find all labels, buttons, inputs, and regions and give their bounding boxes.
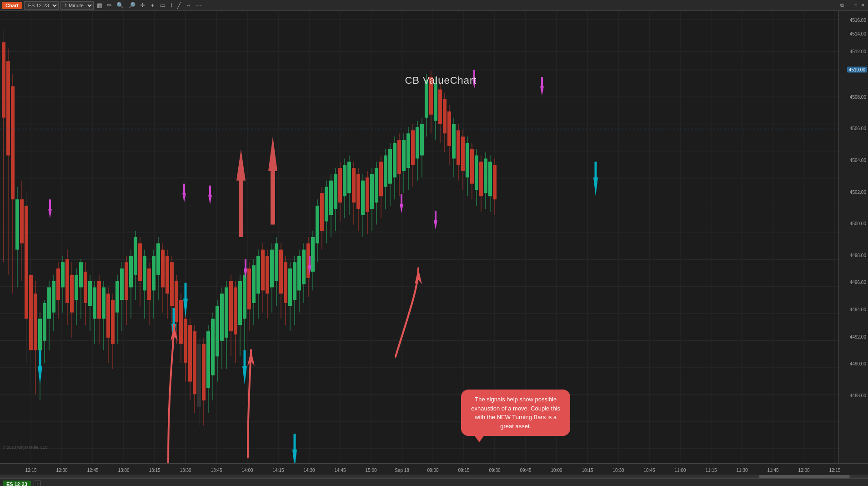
measure-icon[interactable]: ↔ xyxy=(184,2,193,9)
time-0915: 09:15 xyxy=(458,468,469,473)
window-close-icon[interactable]: ✕ xyxy=(859,2,866,8)
svg-rect-238 xyxy=(438,90,442,124)
chart-title: CB ValueChart xyxy=(405,75,477,86)
instrument-select[interactable]: ES 12-23 xyxy=(24,1,59,10)
window-restore-icon[interactable]: ⧉ xyxy=(839,2,845,8)
svg-rect-48 xyxy=(6,61,10,155)
svg-rect-108 xyxy=(143,256,146,290)
svg-rect-172 xyxy=(288,268,292,306)
svg-rect-262 xyxy=(493,165,497,199)
svg-rect-156 xyxy=(252,265,256,303)
svg-rect-174 xyxy=(293,262,296,300)
svg-rect-182 xyxy=(311,237,315,272)
svg-rect-226 xyxy=(411,130,415,165)
svg-marker-267 xyxy=(183,283,188,318)
svg-rect-144 xyxy=(225,287,228,337)
svg-rect-194 xyxy=(338,168,342,202)
svg-rect-56 xyxy=(25,206,28,319)
svg-rect-88 xyxy=(97,281,101,319)
svg-rect-206 xyxy=(366,177,369,212)
price-4516: 4516.00 xyxy=(850,17,866,22)
svg-rect-138 xyxy=(211,319,215,375)
chart-label: Chart xyxy=(2,2,22,9)
add-instrument-button[interactable]: + xyxy=(34,481,41,486)
time-1045: 10:45 xyxy=(643,468,655,473)
more-tools-icon[interactable]: ⋯ xyxy=(195,2,203,9)
svg-rect-214 xyxy=(384,156,387,187)
bottom-bar: ES 12-23 + xyxy=(0,478,868,486)
svg-rect-128 xyxy=(188,325,192,381)
svg-rect-78 xyxy=(75,275,78,300)
svg-marker-264 xyxy=(268,137,277,224)
svg-rect-96 xyxy=(115,281,119,313)
window-max-icon[interactable]: □ xyxy=(853,2,858,8)
svg-rect-58 xyxy=(29,275,33,350)
time-1245: 12:45 xyxy=(87,468,98,473)
time-1145: 11:45 xyxy=(767,468,778,473)
price-4508: 4508.00 xyxy=(850,94,866,99)
pencil-icon[interactable]: ✏ xyxy=(105,2,113,9)
svg-rect-50 xyxy=(11,86,15,199)
svg-rect-80 xyxy=(79,262,83,287)
price-4512: 4512.00 xyxy=(850,49,866,54)
svg-rect-122 xyxy=(175,281,178,322)
svg-rect-160 xyxy=(261,250,265,291)
trendline-icon[interactable]: ╱ xyxy=(176,2,182,9)
instrument-tab[interactable]: ES 12-23 xyxy=(3,481,31,486)
svg-rect-224 xyxy=(406,133,410,168)
callout-bubble: The signals help show possible exhaustio… xyxy=(461,390,570,436)
svg-rect-126 xyxy=(184,319,187,363)
svg-rect-70 xyxy=(56,268,60,300)
svg-rect-152 xyxy=(243,275,246,319)
svg-marker-265 xyxy=(38,350,42,385)
svg-marker-273 xyxy=(208,186,212,204)
crosshair-icon[interactable]: ✛ xyxy=(139,2,146,9)
callout-text: The signals help show possible exhaustio… xyxy=(471,396,560,430)
svg-rect-66 xyxy=(47,287,51,319)
svg-rect-162 xyxy=(266,256,269,294)
time-1200: 12:00 xyxy=(798,468,809,473)
svg-rect-252 xyxy=(470,149,474,184)
svg-rect-178 xyxy=(302,250,306,284)
svg-rect-120 xyxy=(170,262,174,306)
svg-rect-208 xyxy=(370,174,374,209)
svg-rect-124 xyxy=(179,300,183,344)
magnify-minus-icon[interactable]: 🔎 xyxy=(127,2,137,9)
svg-rect-200 xyxy=(352,168,356,202)
svg-rect-104 xyxy=(134,237,137,275)
svg-marker-271 xyxy=(48,199,52,218)
svg-rect-110 xyxy=(147,268,151,300)
svg-rect-146 xyxy=(229,281,233,331)
magnify-plus-icon[interactable]: 🔍 xyxy=(115,2,125,9)
fib-icon[interactable]: ⌇ xyxy=(169,2,174,9)
svg-rect-62 xyxy=(38,319,42,350)
price-axis: 4516.00 4514.00 4512.00 4510.00 4508.00 … xyxy=(838,11,868,463)
plus-icon[interactable]: ＋ xyxy=(148,1,157,10)
current-price-label: 4510.00 xyxy=(847,67,867,73)
svg-rect-256 xyxy=(479,162,483,196)
svg-rect-166 xyxy=(275,243,278,281)
svg-rect-94 xyxy=(111,300,115,344)
time-1445: 14:45 xyxy=(334,468,346,473)
time-1130: 11:30 xyxy=(736,468,748,473)
svg-rect-98 xyxy=(120,268,124,300)
svg-rect-216 xyxy=(388,149,392,184)
svg-rect-188 xyxy=(325,187,328,222)
chart-canvas[interactable]: CB ValueChart The signals help show poss… xyxy=(0,11,838,463)
timeframe-select[interactable]: 1 Minute xyxy=(60,1,94,10)
scrollbar-thumb[interactable] xyxy=(759,475,850,478)
toolbar: Chart ES 12-23 1 Minute ▦ ✏ 🔍 🔎 ✛ ＋ ▭ ⌇ … xyxy=(0,0,868,11)
horizontal-scrollbar[interactable] xyxy=(0,475,868,478)
svg-rect-150 xyxy=(238,281,242,325)
svg-rect-136 xyxy=(206,331,210,388)
svg-marker-279 xyxy=(540,77,544,96)
svg-rect-64 xyxy=(43,303,46,341)
rect-icon[interactable]: ▭ xyxy=(159,2,167,9)
window-min-icon[interactable]: _ xyxy=(846,2,852,8)
svg-rect-118 xyxy=(166,256,169,294)
bar-chart-icon[interactable]: ▦ xyxy=(95,2,104,9)
time-sep18: Sep 18 xyxy=(395,468,409,473)
svg-rect-72 xyxy=(61,262,65,287)
svg-rect-112 xyxy=(152,256,156,290)
time-0900: 09:00 xyxy=(427,468,438,473)
